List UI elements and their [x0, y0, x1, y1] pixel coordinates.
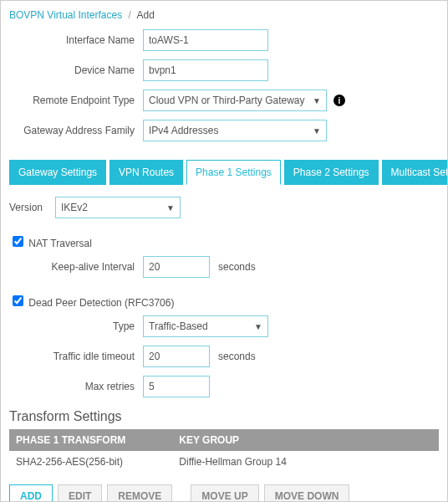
tab-vpn-routes[interactable]: VPN Routes	[109, 160, 183, 185]
max-retries-input[interactable]	[143, 376, 210, 397]
device-name-label: Device Name	[9, 64, 143, 76]
breadcrumb-separator: /	[129, 9, 131, 21]
idle-timeout-unit: seconds	[218, 351, 256, 362]
chevron-down-icon: ▼	[313, 126, 321, 136]
transform-cell: SHA2-256-AES(256-bit)	[9, 451, 172, 473]
transform-table: PHASE 1 TRANSFORM KEY GROUP SHA2-256-AES…	[9, 429, 439, 473]
dpd-checkbox[interactable]	[13, 295, 23, 306]
add-button[interactable]: ADD	[9, 484, 53, 502]
movedown-button[interactable]: MOVE DOWN	[264, 484, 350, 502]
keepalive-unit: seconds	[218, 261, 256, 273]
keepalive-label: Keep-alive Interval	[9, 261, 143, 273]
version-value: IKEv2	[61, 202, 88, 213]
transform-settings-title: Transform Settings	[9, 409, 439, 424]
remote-endpoint-type-label: Remote Endpoint Type	[9, 95, 143, 106]
version-label: Version	[9, 202, 55, 213]
dpd-type-label: Type	[9, 320, 143, 332]
interface-name-label: Interface Name	[9, 34, 143, 46]
remote-endpoint-type-value: Cloud VPN or Third-Party Gateway	[149, 95, 305, 106]
moveup-button[interactable]: MOVE UP	[191, 484, 258, 502]
tab-phase1-settings[interactable]: Phase 1 Settings	[186, 160, 281, 185]
interface-name-input[interactable]	[143, 29, 268, 51]
dpd-type-select[interactable]: Traffic-Based ▼	[143, 315, 268, 337]
info-icon[interactable]: i	[333, 95, 345, 106]
keygroup-cell: Diffie-Hellman Group 14	[172, 451, 439, 473]
breadcrumb-root[interactable]: BOVPN Virtual Interfaces	[9, 9, 122, 21]
transform-header-1: PHASE 1 TRANSFORM	[9, 429, 172, 451]
nat-traversal-label: NAT Traversal	[28, 238, 92, 249]
max-retries-label: Max retries	[9, 381, 143, 392]
remove-button[interactable]: REMOVE	[107, 484, 172, 502]
remote-endpoint-type-select[interactable]: Cloud VPN or Third-Party Gateway ▼	[143, 90, 327, 111]
idle-timeout-input[interactable]	[143, 346, 210, 367]
chevron-down-icon: ▼	[254, 322, 262, 331]
idle-timeout-label: Traffic idle timeout	[9, 351, 143, 362]
breadcrumb-current: Add	[137, 9, 155, 21]
gateway-address-family-label: Gateway Address Family	[9, 125, 143, 136]
keepalive-input[interactable]	[143, 256, 210, 278]
nat-traversal-checkbox[interactable]	[13, 236, 23, 247]
device-name-input	[143, 59, 268, 81]
chevron-down-icon: ▼	[313, 96, 321, 105]
chevron-down-icon: ▼	[166, 203, 175, 213]
dpd-type-value: Traffic-Based	[149, 320, 208, 332]
transform-header-2: KEY GROUP	[172, 429, 439, 451]
version-select[interactable]: IKEv2 ▼	[55, 197, 181, 218]
edit-button[interactable]: EDIT	[58, 484, 102, 502]
dpd-label: Dead Peer Detection (RFC3706)	[28, 297, 174, 309]
breadcrumb: BOVPN Virtual Interfaces / Add	[9, 9, 439, 21]
table-row[interactable]: SHA2-256-AES(256-bit) Diffie-Hellman Gro…	[9, 451, 439, 473]
tabs: Gateway Settings VPN Routes Phase 1 Sett…	[9, 160, 439, 185]
tab-phase2-settings[interactable]: Phase 2 Settings	[284, 160, 379, 185]
tab-multicast-settings[interactable]: Multicast Settings	[382, 160, 448, 185]
gateway-address-family-select[interactable]: IPv4 Addresses ▼	[143, 120, 327, 141]
tab-gateway-settings[interactable]: Gateway Settings	[9, 160, 106, 185]
gateway-address-family-value: IPv4 Addresses	[149, 125, 218, 136]
